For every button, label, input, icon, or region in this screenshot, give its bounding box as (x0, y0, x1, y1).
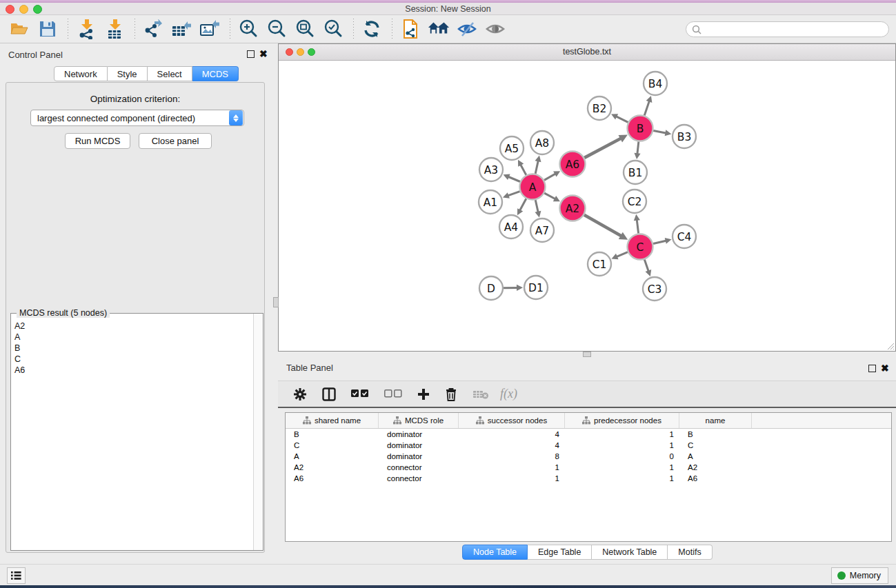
open-file-icon[interactable] (8, 18, 30, 40)
result-item[interactable]: C (14, 354, 252, 365)
column-header-successor-nodes[interactable]: successor nodes (459, 413, 565, 428)
result-scrollbar[interactable] (253, 314, 263, 550)
cell-name[interactable]: A6 (679, 474, 752, 483)
export-table-icon[interactable] (170, 18, 192, 40)
edge-B-B4[interactable] (644, 101, 649, 116)
graph-node-D1[interactable]: D1 (524, 276, 548, 299)
graph-node-C3[interactable]: C3 (643, 277, 666, 301)
edge-B-B2[interactable] (615, 116, 628, 122)
result-item[interactable]: A (14, 332, 252, 343)
cell-predecessor-nodes[interactable]: 1 (565, 441, 679, 449)
zoom-selected-icon[interactable] (322, 18, 344, 40)
result-item[interactable]: A6 (14, 365, 252, 376)
edge-A-A3[interactable] (508, 176, 520, 182)
mcds-result-list[interactable]: A2ABCA6 (12, 318, 252, 549)
graph-node-B[interactable]: B (628, 116, 653, 141)
cell-predecessor-nodes[interactable]: 1 (565, 430, 679, 438)
criterion-select[interactable]: largest connected component (directed) (30, 110, 244, 126)
column-header-name[interactable]: name (679, 413, 752, 428)
float-panel-icon[interactable] (868, 365, 876, 372)
save-session-icon[interactable] (37, 18, 59, 40)
import-table-icon[interactable] (103, 18, 126, 40)
tab-network-table[interactable]: Network Table (592, 545, 668, 560)
graph-node-B3[interactable]: B3 (673, 125, 696, 148)
search-input[interactable] (701, 25, 888, 34)
graph-node-C[interactable]: C (628, 234, 653, 260)
edge-A6-B[interactable] (584, 138, 621, 158)
cell-name[interactable]: A (679, 452, 752, 460)
graph-node-A3[interactable]: A3 (479, 158, 503, 181)
export-image-icon[interactable] (199, 18, 221, 40)
cell-predecessor-nodes[interactable]: 1 (565, 474, 679, 483)
deselect-all-checkboxes-icon[interactable] (384, 389, 402, 398)
graph-node-A1[interactable]: A1 (479, 190, 502, 214)
graph-node-A[interactable]: A (520, 174, 546, 200)
gear-icon[interactable] (293, 387, 307, 401)
search-box[interactable] (686, 21, 889, 37)
edge-B-B1[interactable] (637, 141, 639, 154)
edge-A-A2[interactable] (544, 193, 556, 199)
edge-A-A6[interactable] (544, 174, 556, 181)
edge-C-C2[interactable] (637, 219, 639, 234)
tab-network[interactable]: Network (54, 66, 108, 81)
cell-MCDS-role[interactable]: dominator (379, 441, 459, 449)
edge-A-A7[interactable] (535, 200, 538, 213)
close-panel-button[interactable]: Close panel (139, 133, 212, 149)
export-network-icon[interactable] (142, 18, 164, 40)
graph-node-A6[interactable]: A6 (560, 152, 586, 177)
graph-node-D[interactable]: D (479, 276, 503, 300)
graph-node-B4[interactable]: B4 (644, 72, 667, 95)
edge-A-A8[interactable] (535, 160, 538, 174)
import-network-icon[interactable] (75, 18, 97, 40)
table-row[interactable]: A6connector11A6 (286, 473, 891, 484)
edge-A-A4[interactable] (519, 199, 526, 211)
split-columns-icon[interactable] (322, 387, 336, 401)
close-panel-icon[interactable]: ✖ (259, 49, 268, 59)
zoom-out-icon[interactable] (266, 18, 288, 40)
cell-name[interactable]: B (679, 430, 752, 438)
edge-A-A5[interactable] (520, 164, 526, 175)
graph-node-C4[interactable]: C4 (673, 225, 696, 248)
tab-select[interactable]: Select (148, 66, 192, 81)
edge-C-C4[interactable] (653, 241, 667, 244)
home-icon[interactable] (428, 18, 450, 40)
zoom-in-icon[interactable] (237, 18, 259, 40)
column-header-shared-name[interactable]: shared name (286, 413, 379, 428)
cell-successor-nodes[interactable]: 4 (459, 430, 565, 438)
panel-splitter-handle[interactable] (273, 297, 279, 307)
graph-node-A4[interactable]: A4 (499, 215, 523, 239)
cell-predecessor-nodes[interactable]: 1 (565, 463, 679, 472)
edge-C-C3[interactable] (644, 259, 648, 272)
cell-MCDS-role[interactable]: connector (379, 474, 459, 483)
graph-node-B1[interactable]: B1 (624, 161, 647, 184)
cell-shared-name[interactable]: C (286, 441, 379, 449)
graph-node-C1[interactable]: C1 (588, 252, 611, 276)
graph-node-A2[interactable]: A2 (560, 196, 586, 221)
cell-successor-nodes[interactable]: 1 (459, 474, 565, 483)
tab-motifs[interactable]: Motifs (668, 545, 712, 560)
delete-table-icon[interactable] (472, 389, 489, 400)
tab-edge-table[interactable]: Edge Table (528, 545, 592, 560)
column-header-predecessor-nodes[interactable]: predecessor nodes (565, 413, 679, 428)
float-panel-icon[interactable] (247, 50, 255, 58)
task-history-button[interactable] (7, 567, 26, 584)
network-graph[interactable]: AA1A3A5A8A6A2A4A7BB2B4B3B1CC2C4C1C3DD1 (279, 61, 895, 351)
function-builder-label[interactable]: f(x) (500, 387, 517, 401)
cell-successor-nodes[interactable]: 1 (459, 463, 565, 472)
memory-button[interactable]: Memory (831, 567, 888, 584)
cell-shared-name[interactable]: A2 (286, 463, 379, 472)
delete-icon[interactable] (445, 387, 457, 401)
graph-node-A5[interactable]: A5 (500, 136, 524, 160)
panel-splitter-handle[interactable] (583, 352, 591, 357)
run-mcds-button[interactable]: Run MCDS (65, 133, 130, 149)
graph-node-B2[interactable]: B2 (588, 97, 611, 120)
tab-mcds[interactable]: MCDS (192, 66, 239, 81)
show-panel-icon[interactable] (484, 18, 506, 40)
node-table[interactable]: shared nameMCDS rolesuccessor nodesprede… (285, 412, 892, 542)
graph-node-C2[interactable]: C2 (623, 190, 646, 213)
table-row[interactable]: A2connector11A2 (286, 462, 891, 473)
network-canvas[interactable]: AA1A3A5A8A6A2A4A7BB2B4B3B1CC2C4C1C3DD1 (279, 61, 895, 351)
cell-successor-nodes[interactable]: 8 (459, 452, 565, 460)
network-file-icon[interactable] (399, 18, 421, 40)
cell-successor-nodes[interactable]: 4 (459, 441, 565, 449)
